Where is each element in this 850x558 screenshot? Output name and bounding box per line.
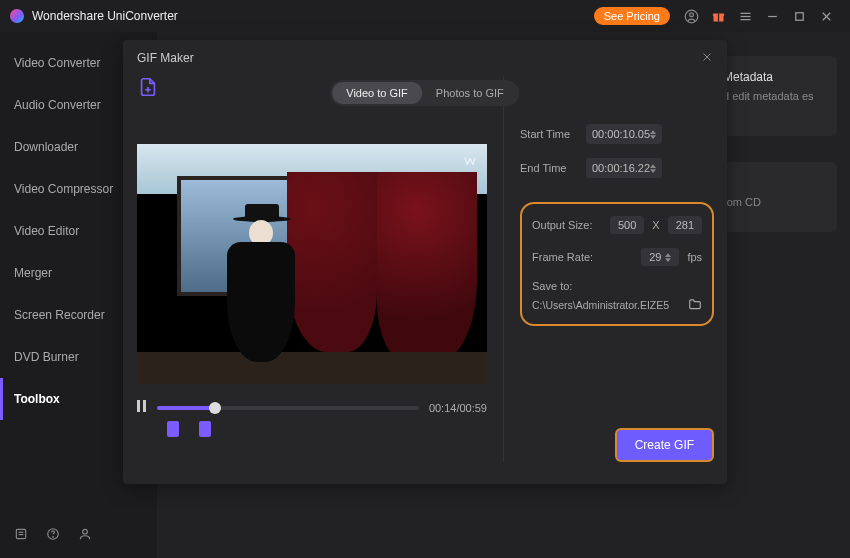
end-time-input[interactable]: 00:00:16.22: [586, 158, 662, 178]
trim-handles: [167, 421, 487, 437]
account-icon[interactable]: [684, 9, 699, 24]
create-wrap: Create GIF: [520, 412, 714, 462]
card-desc: d edit metadata es: [723, 90, 821, 102]
card-title: Metadata: [723, 70, 821, 84]
frame-rate-value: 29: [649, 251, 661, 263]
end-time-value: 00:00:16.22: [592, 162, 650, 174]
player-controls: 00:14/00:59: [137, 400, 487, 415]
svg-point-16: [53, 537, 54, 538]
frame-rate-input[interactable]: 29: [641, 248, 679, 266]
save-to-label: Save to:: [532, 280, 702, 292]
video-preview[interactable]: [137, 144, 487, 384]
end-time-label: End Time: [520, 162, 578, 174]
see-pricing-button[interactable]: See Pricing: [594, 7, 670, 25]
start-time-label: Start Time: [520, 128, 578, 140]
frame-rate-label: Frame Rate:: [532, 251, 602, 263]
svg-point-17: [83, 529, 88, 534]
output-size-label: Output Size:: [532, 219, 602, 231]
modal-right: Start Time 00:00:10.05 End Time 00:: [503, 76, 714, 462]
watermark-icon: [463, 154, 477, 168]
chevron-up-icon: [650, 130, 656, 134]
titlebar: Wondershare UniConverter See Pricing: [0, 0, 850, 32]
content: Metadata d edit metadata es r rom CD GIF…: [157, 32, 850, 558]
gif-maker-modal: GIF Maker Video to GIF Photos to GIF: [123, 40, 727, 484]
modal-title: GIF Maker: [137, 51, 194, 65]
close-icon[interactable]: [701, 50, 713, 66]
card-desc: rom CD: [723, 196, 821, 208]
chevron-up-icon: [665, 253, 671, 257]
sidebar-bottom: [0, 513, 157, 558]
close-icon[interactable]: [819, 9, 834, 24]
stepper[interactable]: [650, 130, 656, 139]
maximize-icon[interactable]: [792, 9, 807, 24]
chevron-down-icon: [665, 258, 671, 262]
save-path-text: C:\Users\Administrator.EIZE5: [532, 299, 669, 311]
seek-slider[interactable]: [157, 406, 419, 410]
start-time-value: 00:00:10.05: [592, 128, 650, 140]
app-logo-icon: [10, 9, 24, 23]
save-to-row: Save to: C:\Users\Administrator.EIZE5: [532, 280, 702, 312]
modal-header: GIF Maker: [123, 40, 727, 76]
trim-start-handle[interactable]: [167, 421, 179, 437]
gift-icon[interactable]: [711, 9, 726, 24]
svg-rect-9: [796, 12, 804, 20]
end-time-row: End Time 00:00:16.22: [520, 158, 714, 178]
guide-icon[interactable]: [14, 527, 28, 544]
add-file-icon[interactable]: [137, 76, 159, 98]
main: Video Converter Audio Converter Download…: [0, 32, 850, 558]
help-icon[interactable]: [46, 527, 60, 544]
output-size-row: Output Size: 500 X 281: [532, 216, 702, 234]
start-time-input[interactable]: 00:00:10.05: [586, 124, 662, 144]
save-path: C:\Users\Administrator.EIZE5: [532, 298, 702, 312]
stepper[interactable]: [650, 164, 656, 173]
tab-video-to-gif[interactable]: Video to GIF: [332, 82, 422, 104]
modal-body: 00:14/00:59 Start Time 00:00:10.05: [123, 76, 727, 476]
chevron-down-icon: [650, 169, 656, 173]
fps-unit: fps: [687, 251, 702, 263]
modal-left: 00:14/00:59: [137, 76, 487, 462]
minimize-icon[interactable]: [765, 9, 780, 24]
mode-tabs: Video to GIF Photos to GIF: [330, 80, 519, 106]
chevron-down-icon: [650, 135, 656, 139]
svg-rect-23: [143, 400, 146, 412]
time-display: 00:14/00:59: [429, 402, 487, 414]
x-separator: X: [652, 219, 659, 231]
card-title: r: [723, 176, 821, 190]
menu-icon[interactable]: [738, 9, 753, 24]
frame-rate-row: Frame Rate: 29 fps: [532, 248, 702, 266]
svg-rect-4: [718, 13, 719, 21]
stepper[interactable]: [665, 253, 671, 262]
svg-rect-22: [137, 400, 140, 412]
user-icon[interactable]: [78, 527, 92, 544]
chevron-up-icon: [650, 164, 656, 168]
trim-end-handle[interactable]: [199, 421, 211, 437]
output-height-input[interactable]: 281: [668, 216, 702, 234]
create-gif-button[interactable]: Create GIF: [615, 428, 714, 462]
app-title: Wondershare UniConverter: [32, 9, 178, 23]
pause-icon[interactable]: [137, 400, 147, 415]
svg-point-1: [690, 12, 694, 16]
output-width-input[interactable]: 500: [610, 216, 644, 234]
output-settings-box: Output Size: 500 X 281 Frame Rate: 29: [520, 202, 714, 326]
tab-photos-to-gif[interactable]: Photos to GIF: [422, 82, 518, 104]
start-time-row: Start Time 00:00:10.05: [520, 124, 714, 144]
folder-icon[interactable]: [688, 298, 702, 312]
